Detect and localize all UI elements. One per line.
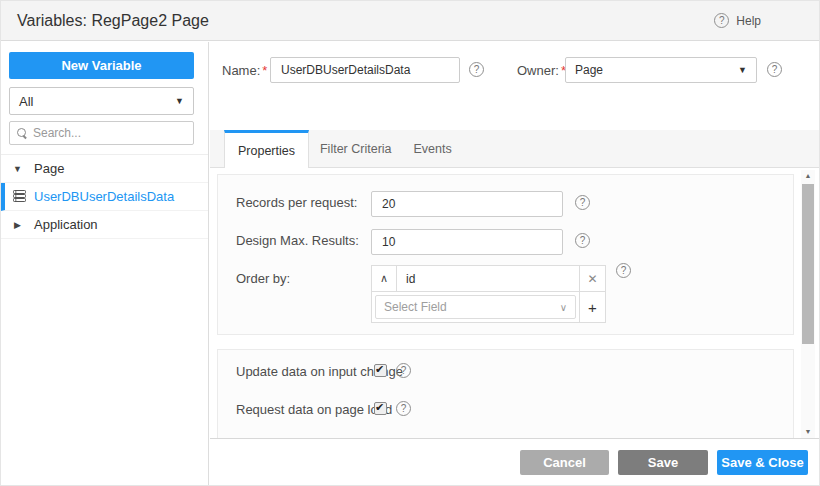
dialog-footer: Cancel Save Save & Close [210,438,820,486]
owner-help-icon[interactable] [767,62,782,77]
properties-tab-content: Records per request: Design Max. Results… [210,168,820,438]
records-help-icon[interactable] [575,195,590,210]
select-field-placeholder: Select Field [384,300,560,314]
help-icon [714,13,729,28]
owner-select[interactable]: Page ▼ [565,57,757,83]
new-variable-button[interactable]: New Variable [9,52,194,79]
search-icon [17,128,27,138]
sort-direction-toggle[interactable]: ∧ [372,266,397,291]
search-input[interactable] [33,126,173,140]
database-variable-icon [5,190,34,204]
order-by-editor: ∧ id ✕ Select Field ∨ + [371,265,606,323]
dropdown-arrow-icon: ▼ [175,96,184,106]
vertical-scrollbar[interactable]: ▲ ▼ [801,170,815,438]
scroll-down-arrow[interactable]: ▼ [801,426,815,438]
tree-node-variable[interactable]: UserDBUserDetailsData [1,183,208,211]
order-by-field-value[interactable]: id [397,266,579,291]
tab-events[interactable]: Events [403,130,463,167]
name-owner-row: Name:* Owner:* Page ▼ [210,57,820,83]
dropdown-arrow-icon: ▼ [738,65,747,75]
help-link[interactable]: Help [714,13,761,28]
tree-node-page[interactable]: ▼ Page [1,155,208,183]
design-max-results-label: Design Max. Results: [236,233,359,248]
name-label: Name:* [222,63,267,78]
tree-node-application[interactable]: ▶ Application [1,211,208,239]
design-max-results-input[interactable] [371,229,563,255]
save-button[interactable]: Save [618,450,708,475]
data-settings-panel: Records per request: Design Max. Results… [217,174,794,335]
update-on-change-help-icon[interactable] [396,363,411,378]
owner-value: Page [575,63,738,77]
chevron-down-icon: ∨ [560,302,567,313]
max-results-help-icon[interactable] [575,233,590,248]
tree-node-label: Application [34,217,98,232]
variable-name-input[interactable] [270,57,460,83]
variable-tree: ▼ Page UserDBUserDetailsData ▶ [1,154,208,239]
behavior-settings-panel: Update data on input change Request data… [217,349,794,439]
order-by-row: ∧ id ✕ [372,266,605,292]
tree-node-label: Page [34,161,64,176]
add-order-field-button[interactable]: + [579,292,605,322]
title-bar: Variables: RegPage2 Page Help [1,1,820,41]
tab-filter-criteria[interactable]: Filter Criteria [309,130,403,167]
request-on-load-checkbox[interactable] [374,402,387,415]
tab-properties[interactable]: Properties [224,130,309,168]
update-on-change-checkbox[interactable] [374,364,387,377]
variables-sidebar: New Variable All ▼ ▼ Page [1,42,209,486]
scrollbar-thumb[interactable] [802,184,814,344]
save-and-close-button[interactable]: Save & Close [717,450,808,475]
scroll-up-arrow[interactable]: ▲ [801,170,815,182]
records-per-request-label: Records per request: [236,195,357,210]
request-on-load-help-icon[interactable] [396,401,411,416]
expand-collapse-icon[interactable]: ▶ [1,220,34,230]
owner-label: Owner:* [517,63,566,78]
records-per-request-input[interactable] [371,191,563,217]
order-by-label: Order by: [236,271,290,286]
remove-order-field-button[interactable]: ✕ [579,266,605,291]
name-help-icon[interactable] [469,62,484,77]
variables-dialog: Variables: RegPage2 Page Help New Variab… [0,0,820,486]
expand-collapse-icon[interactable]: ▼ [1,164,34,174]
variable-detail-panel: Name:* Owner:* Page ▼ Type: Database CRU… [210,42,820,486]
order-by-help-icon[interactable] [616,263,631,278]
select-field-cell: Select Field ∨ [372,292,579,322]
tree-node-label: UserDBUserDetailsData [34,189,174,204]
variable-search[interactable] [9,121,194,145]
select-field-dropdown[interactable]: Select Field ∨ [375,295,576,319]
help-label: Help [736,14,761,28]
tab-bar: Properties Filter Criteria Events [210,130,820,168]
required-asterisk: * [262,63,267,78]
add-order-field-row: Select Field ∨ + [372,292,605,322]
request-on-load-label: Request data on page load [236,402,392,417]
variable-filter-value: All [19,94,175,109]
variable-filter-select[interactable]: All ▼ [9,87,194,115]
page-title: Variables: RegPage2 Page [17,12,714,30]
cancel-button[interactable]: Cancel [520,450,609,475]
